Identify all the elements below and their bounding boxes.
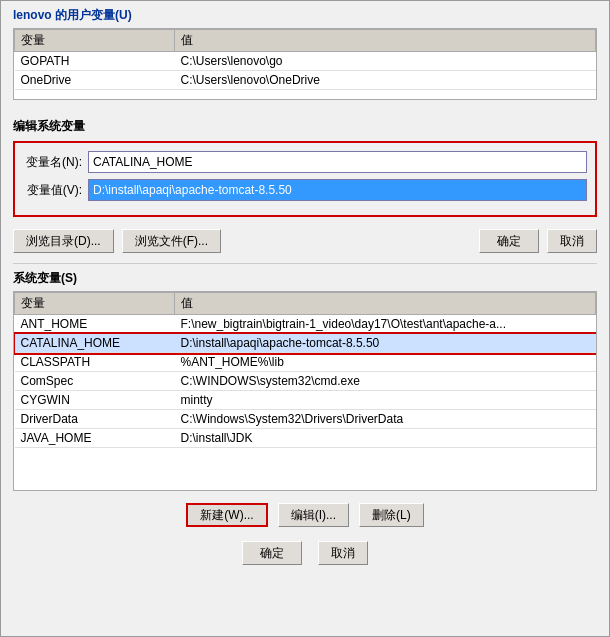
sys-label: 系统变量(S) [13, 271, 77, 285]
var-cell: GOPATH [15, 52, 175, 71]
val-cell: D:\install\JDK [175, 429, 596, 448]
sys-vars-table: 变量 值 ANT_HOMEF:\new_bigtrain\bigtrain-1_… [14, 292, 596, 448]
table-row[interactable]: CLASSPATH%ANT_HOME%\lib [15, 353, 596, 372]
edit-panel: 变量名(N): 变量值(V): [13, 141, 597, 217]
confirm-button[interactable]: 确定 [242, 541, 302, 565]
val-label: 变量值(V): [23, 182, 88, 199]
var-cell: CYGWIN [15, 391, 175, 410]
val-cell: C:\WINDOWS\system32\cmd.exe [175, 372, 596, 391]
val-cell: D:\install\apaqi\apache-tomcat-8.5.50 [175, 334, 596, 353]
browse-dir-button[interactable]: 浏览目录(D)... [13, 229, 114, 253]
var-cell: ComSpec [15, 372, 175, 391]
user-vars-table: 变量 值 GOPATHC:\Users\lenovo\goOneDriveC:\… [14, 29, 596, 90]
edit-confirm-button[interactable]: 确定 [479, 229, 539, 253]
val-cell: C:\Users\lenovo\OneDrive [175, 71, 596, 90]
user-section: lenovo 的用户变量(U) 变量 值 GOPATHC:\Users\leno… [1, 1, 609, 114]
table-row[interactable]: DriverDataC:\Windows\System32\Drivers\Dr… [15, 410, 596, 429]
var-cell: ANT_HOME [15, 315, 175, 334]
val-cell: %ANT_HOME%\lib [175, 353, 596, 372]
table-row[interactable]: OneDriveC:\Users\lenovo\OneDrive [15, 71, 596, 90]
sys-action-buttons: 新建(W)... 编辑(I)... 删除(L) [1, 497, 609, 533]
delete-button[interactable]: 删除(L) [359, 503, 424, 527]
edit-label: 编辑系统变量 [13, 119, 85, 133]
sys-section-title: 系统变量(S) [1, 266, 609, 289]
table-row[interactable]: CATALINA_HOMED:\install\apaqi\apache-tom… [15, 334, 596, 353]
user-section-title: lenovo 的用户变量(U) [13, 7, 597, 24]
browse-file-button[interactable]: 浏览文件(F)... [122, 229, 221, 253]
edit-section-title: 编辑系统变量 [1, 114, 609, 137]
sys-col-val: 值 [175, 293, 596, 315]
val-row: 变量值(V): [23, 179, 587, 201]
bottom-buttons-row: 确定 取消 [1, 533, 609, 577]
table-row[interactable]: ANT_HOMEF:\new_bigtrain\bigtrain-1_video… [15, 315, 596, 334]
divider [13, 263, 597, 264]
user-vars-panel: 变量 值 GOPATHC:\Users\lenovo\goOneDriveC:\… [13, 28, 597, 100]
sys-vars-panel: 变量 值 ANT_HOMEF:\new_bigtrain\bigtrain-1_… [13, 291, 597, 491]
table-row[interactable]: CYGWINmintty [15, 391, 596, 410]
val-input[interactable] [88, 179, 587, 201]
user-col-var: 变量 [15, 30, 175, 52]
sys-col-var: 变量 [15, 293, 175, 315]
user-col-val: 值 [175, 30, 596, 52]
edit-cancel-button[interactable]: 取消 [547, 229, 597, 253]
table-row[interactable]: ComSpecC:\WINDOWS\system32\cmd.exe [15, 372, 596, 391]
environment-variables-window: lenovo 的用户变量(U) 变量 值 GOPATHC:\Users\leno… [0, 0, 610, 637]
sys-vars-scroll[interactable]: 变量 值 ANT_HOMEF:\new_bigtrain\bigtrain-1_… [14, 292, 596, 490]
new-button[interactable]: 新建(W)... [186, 503, 267, 527]
var-cell: JAVA_HOME [15, 429, 175, 448]
var-cell: OneDrive [15, 71, 175, 90]
val-cell: C:\Users\lenovo\go [175, 52, 596, 71]
val-cell: F:\new_bigtrain\bigtrain-1_video\day17\O… [175, 315, 596, 334]
var-cell: CLASSPATH [15, 353, 175, 372]
name-input[interactable] [88, 151, 587, 173]
table-row[interactable]: GOPATHC:\Users\lenovo\go [15, 52, 596, 71]
var-cell: CATALINA_HOME [15, 334, 175, 353]
cancel-button[interactable]: 取消 [318, 541, 368, 565]
var-cell: DriverData [15, 410, 175, 429]
table-row[interactable]: JAVA_HOMED:\install\JDK [15, 429, 596, 448]
name-row: 变量名(N): [23, 151, 587, 173]
name-label: 变量名(N): [23, 154, 88, 171]
val-cell: mintty [175, 391, 596, 410]
val-cell: C:\Windows\System32\Drivers\DriverData [175, 410, 596, 429]
edit-button[interactable]: 编辑(I)... [278, 503, 349, 527]
browse-buttons-row: 浏览目录(D)... 浏览文件(F)... 确定 取消 [1, 225, 609, 261]
